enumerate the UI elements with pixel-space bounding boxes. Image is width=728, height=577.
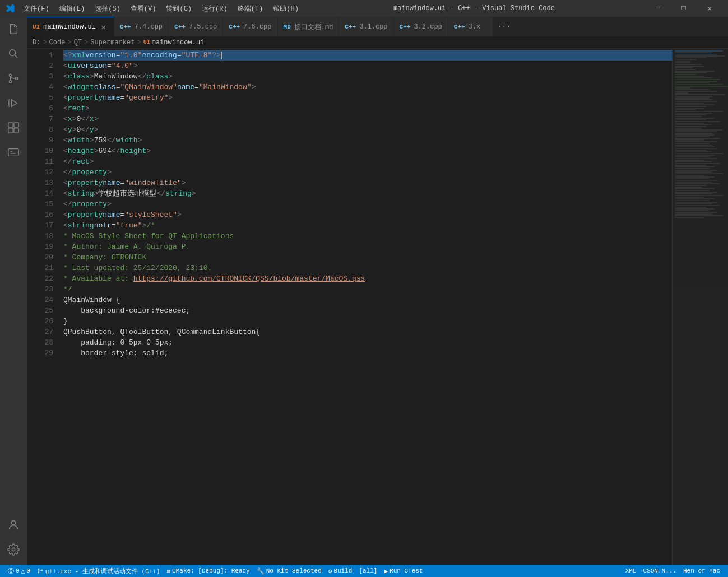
- status-build[interactable]: ⚙ Build: [325, 565, 356, 577]
- code-line-14: <string>学校超市选址模型</string>: [63, 188, 672, 199]
- line-num: 9: [31, 135, 53, 146]
- search-icon[interactable]: [4, 44, 23, 63]
- source-control-icon[interactable]: [4, 69, 23, 88]
- git-branch-name: g++.exe - 生成和调试活动文件 (C++): [45, 567, 160, 575]
- svg-point-9: [8, 105, 10, 107]
- code-line-16: <property name="styleSheet">: [63, 210, 672, 220]
- error-icon: ⓪: [8, 567, 14, 575]
- no-kit-text: No Kit Selected: [266, 567, 322, 574]
- activity-bar: [0, 17, 27, 565]
- cmake-status-text: CMake: [Debug]: Ready: [172, 567, 250, 574]
- status-error-warning[interactable]: ⓪ 0 △ 0: [4, 565, 34, 577]
- line-num: 19: [31, 241, 53, 252]
- line-num: 16: [31, 210, 53, 220]
- menu-help[interactable]: 帮助(H): [268, 3, 303, 15]
- menu-run[interactable]: 运行(R): [197, 3, 232, 15]
- code-line-20: * Company: GTRONICK: [63, 252, 672, 263]
- status-user[interactable]: Hen-or Yac: [680, 565, 724, 577]
- status-git-branch[interactable]: g++.exe - 生成和调试活动文件 (C++): [34, 565, 164, 577]
- tab-7-4-cpp[interactable]: C++ 7.4.cpp: [114, 17, 169, 36]
- titlebar-left: 文件(F) 编辑(E) 选择(S) 查看(V) 转到(G) 运行(R) 终端(T…: [6, 3, 303, 15]
- editor-area: UI mainwindow.ui ✕ C++ 7.4.cpp C++ 7.5.c…: [27, 17, 728, 565]
- menu-select[interactable]: 选择(S): [90, 3, 125, 15]
- extensions-icon[interactable]: [4, 118, 23, 137]
- maximize-button[interactable]: □: [671, 0, 697, 17]
- tabs-bar: UI mainwindow.ui ✕ C++ 7.4.cpp C++ 7.5.c…: [27, 17, 728, 36]
- breadcrumb-supermarket[interactable]: Supermarket: [90, 39, 135, 46]
- main-layout: UI mainwindow.ui ✕ C++ 7.4.cpp C++ 7.5.c…: [0, 17, 728, 565]
- all-target-text: [all]: [359, 567, 377, 574]
- svg-point-18: [12, 548, 15, 551]
- tabs-overflow-button[interactable]: ···: [493, 17, 515, 36]
- line-num: 1: [31, 50, 53, 61]
- line-num: 23: [31, 284, 53, 295]
- line-num: 6: [31, 103, 53, 114]
- line-num: 4: [31, 82, 53, 92]
- svg-rect-11: [14, 123, 18, 127]
- run-debug-icon[interactable]: [4, 94, 23, 113]
- minimap[interactable]: [672, 49, 728, 565]
- cpp-icon: C++: [174, 24, 186, 30]
- svg-line-1: [15, 55, 17, 58]
- status-cmake[interactable]: ⊕ CMake: [Debug]: Ready: [163, 565, 253, 577]
- titlebar-controls: ─ □ ✕: [645, 0, 722, 17]
- breadcrumb-qt[interactable]: QT: [74, 39, 82, 46]
- code-line-29: border-style: solid;: [63, 348, 672, 359]
- tab-label: 3.1.cpp: [359, 23, 387, 31]
- code-line-7: <x>0</x>: [63, 114, 672, 124]
- tab-jiekou-md[interactable]: MD 接口文档.md: [278, 17, 340, 36]
- line-num: 26: [31, 316, 53, 327]
- tab-7-5-cpp[interactable]: C++ 7.5.cpp: [169, 17, 223, 36]
- breadcrumb-code[interactable]: Code: [49, 39, 66, 46]
- status-right: XML CSON.N... Hen-or Yac: [622, 565, 724, 577]
- tab-mainwindow-ui[interactable]: UI mainwindow.ui ✕: [27, 17, 114, 36]
- tab-close-mainwindow[interactable]: ✕: [99, 22, 108, 31]
- tab-3-1-cpp[interactable]: C++ 3.1.cpp: [339, 17, 393, 36]
- remote-icon[interactable]: [4, 143, 23, 162]
- line-num: 5: [31, 92, 53, 103]
- svg-marker-6: [11, 100, 17, 107]
- account-icon[interactable]: [4, 515, 23, 534]
- line-num: 11: [31, 156, 53, 167]
- cpp-icon: C++: [454, 24, 465, 30]
- menu-terminal[interactable]: 终端(T): [233, 3, 268, 15]
- status-no-kit[interactable]: 🔧 No Kit Selected: [253, 565, 325, 577]
- tab-label: 3.x: [469, 23, 481, 31]
- breadcrumb-file[interactable]: UI mainwindow.ui: [143, 39, 205, 46]
- line-num: 21: [31, 263, 53, 273]
- line-num: 29: [31, 348, 53, 359]
- menu-view[interactable]: 查看(V): [126, 3, 161, 15]
- svg-point-8: [8, 99, 10, 101]
- code-line-11: </rect>: [63, 156, 672, 167]
- encoding-text: CSON.N...: [643, 567, 676, 574]
- line-num: 14: [31, 188, 53, 199]
- code-content[interactable]: <?xml version="1.0" encoding="UTF-8"?> <…: [58, 49, 672, 565]
- tab-7-6-cpp[interactable]: C++ 7.6.cpp: [223, 17, 277, 36]
- close-button[interactable]: ✕: [697, 0, 722, 17]
- tab-label: 7.5.cpp: [189, 23, 217, 31]
- cpp-icon: C++: [400, 24, 411, 30]
- breadcrumb: D: > Code > QT > Supermarket > UI mainwi…: [27, 36, 728, 49]
- svg-point-3: [9, 80, 12, 83]
- tab-3-2-cpp[interactable]: C++ 3.2.cpp: [394, 17, 448, 36]
- status-file-type[interactable]: XML: [622, 565, 640, 577]
- settings-icon[interactable]: [4, 540, 23, 559]
- explorer-icon[interactable]: [4, 20, 23, 39]
- cpp-icon: C++: [345, 24, 356, 30]
- code-line-3: <class>MainWindow</class>: [63, 71, 672, 82]
- breadcrumb-sep1: >: [43, 39, 47, 46]
- svg-rect-10: [8, 123, 13, 127]
- breadcrumb-d[interactable]: D:: [33, 39, 40, 46]
- status-run-ctest[interactable]: ▶ Run CTest: [381, 565, 426, 577]
- line-num: 25: [31, 305, 53, 316]
- menu-edit[interactable]: 编辑(E): [55, 3, 90, 15]
- status-all-target[interactable]: [all]: [355, 565, 381, 577]
- minimize-button[interactable]: ─: [645, 0, 671, 17]
- line-num: 13: [31, 178, 53, 188]
- status-encoding[interactable]: CSON.N...: [640, 565, 680, 577]
- line-num: 27: [31, 327, 53, 337]
- breadcrumb-sep2: >: [67, 39, 71, 46]
- menu-file[interactable]: 文件(F): [19, 3, 54, 15]
- menu-goto[interactable]: 转到(G): [161, 3, 196, 15]
- tab-3-x-cpp[interactable]: C++ 3.x: [448, 17, 493, 36]
